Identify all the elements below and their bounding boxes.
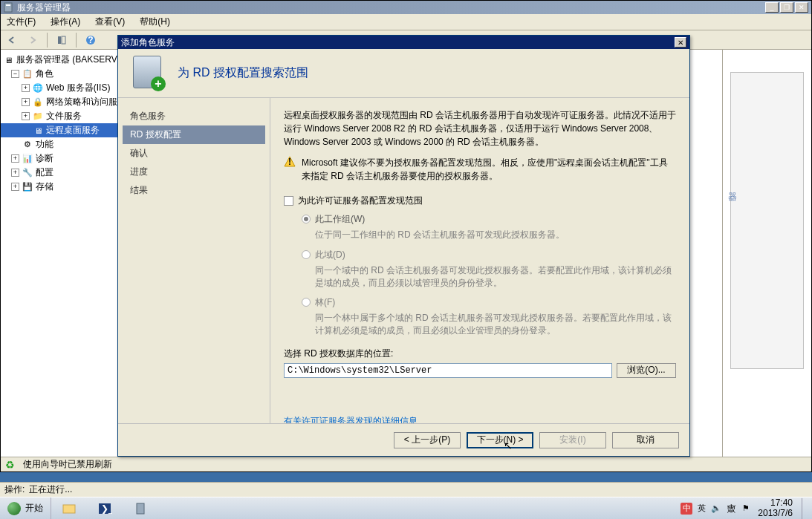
tree-iis[interactable]: + 🌐 Web 服务器(IIS) <box>1 81 117 95</box>
actions-label: 器 <box>728 191 737 203</box>
svg-rect-10 <box>137 503 144 514</box>
lang-indicator[interactable]: 英 <box>695 503 707 515</box>
taskbar-item-explorer[interactable] <box>51 497 87 519</box>
next-button[interactable]: 下一步(N) > <box>467 432 533 448</box>
expand-icon[interactable]: + <box>11 154 19 163</box>
tray-icon[interactable]: 🔈 <box>710 503 722 515</box>
expand-icon[interactable]: + <box>11 169 19 177</box>
actions-pane <box>722 50 811 457</box>
window-title: 服务器管理器 <box>17 1 765 14</box>
collapse-icon[interactable]: − <box>11 70 19 78</box>
status-text: 使用向导时已禁用刷新 <box>23 458 112 471</box>
wizard-nav: 角色服务 RD 授权配置 确认 进度 结果 <box>118 98 270 423</box>
menu-view[interactable]: 查看(V) <box>92 14 128 30</box>
navigation-tree: 🖥 服务器管理器 (BAKSERVER − 📋 角色 + 🌐 Web 服务器(I… <box>1 50 118 457</box>
description-text: 远程桌面授权服务器的发现范围由 RD 会话主机服务器用于自动发现许可证服务器。此… <box>284 108 676 148</box>
app-icon <box>2 1 14 13</box>
rds-icon: 🖥 <box>32 125 44 137</box>
svg-rect-3 <box>62 36 65 44</box>
dialog-footer: < 上一步(P) 下一步(N) > 安装(I) 取消 ↖ <box>118 423 689 456</box>
expand-icon[interactable]: + <box>22 98 30 106</box>
menu-file[interactable]: 文件(F) <box>4 14 39 30</box>
svg-rect-0 <box>4 3 12 12</box>
tree-config[interactable]: + 🔧 配置 <box>1 166 117 180</box>
nav-progress[interactable]: 进度 <box>123 163 265 181</box>
diagnostics-icon: 📊 <box>22 153 33 165</box>
tree-root[interactable]: 🖥 服务器管理器 (BAKSERVER <box>1 53 117 67</box>
cancel-button[interactable]: 取消 <box>612 432 679 448</box>
radio-domain <box>302 250 311 259</box>
iis-icon: 🌐 <box>32 82 44 94</box>
menu-action[interactable]: 操作(A) <box>48 14 83 30</box>
taskbar: 开始 ❯_ 中 英 🔈 🕸 ⚑ 17:40 2013/7/6 <box>0 497 812 519</box>
dialog-close-button[interactable]: ✕ <box>675 37 686 48</box>
menu-help[interactable]: 帮助(H) <box>137 14 173 30</box>
tree-roles[interactable]: − 📋 角色 <box>1 67 117 81</box>
titlebar: 服务器管理器 _ ❐ ✕ <box>1 1 811 14</box>
tree-file-services[interactable]: + 📁 文件服务 <box>1 109 117 123</box>
storage-icon: 💾 <box>22 181 33 193</box>
dialog-header: + 为 RD 授权配置搜索范围 <box>118 49 689 98</box>
ime-indicator[interactable]: 中 <box>681 503 692 515</box>
close-button[interactable]: ✕ <box>795 2 808 13</box>
tree-features[interactable]: ⚙ 功能 <box>1 137 117 151</box>
start-label: 开始 <box>25 502 43 515</box>
radio-workgroup-label: 此工作组(W) <box>315 213 365 226</box>
browse-button[interactable]: 浏览(O)... <box>617 363 676 378</box>
svg-text:❯_: ❯_ <box>101 503 112 514</box>
tree-storage[interactable]: + 💾 存储 <box>1 180 117 194</box>
show-desktop-button[interactable] <box>802 498 808 519</box>
nav-forward-button[interactable] <box>25 32 41 48</box>
add-role-services-dialog: 添加角色服务 ✕ + 为 RD 授权配置搜索范围 角色服务 RD 授权配置 确认… <box>117 35 690 457</box>
progress-text: 正在进行... <box>29 483 72 496</box>
radio-workgroup <box>302 215 311 223</box>
tree-rds[interactable]: 🖥 远程桌面服务 <box>1 123 117 137</box>
clock-date: 2013/7/6 <box>758 509 793 518</box>
clock[interactable]: 17:40 2013/7/6 <box>758 498 793 518</box>
radio-domain-label: 此域(D) <box>315 249 345 261</box>
expand-icon[interactable]: + <box>22 84 30 92</box>
tree-diagnostics[interactable]: + 📊 诊断 <box>1 151 117 166</box>
discovery-scope-checkbox[interactable] <box>284 196 293 206</box>
radio-forest-label: 林(F) <box>315 296 335 309</box>
nav-rd-license[interactable]: RD 授权配置 <box>123 125 265 144</box>
previous-button[interactable]: < 上一步(P) <box>394 432 461 448</box>
learn-more-link[interactable]: 有关许可证服务器发现的详细信息 <box>284 415 418 423</box>
expand-icon[interactable]: + <box>22 112 30 120</box>
radio-domain-desc: 同一个域中的 RD 会话主机服务器可发现此授权服务器。若要配置此作用域，该计算机… <box>302 264 676 290</box>
wizard-icon: + <box>130 56 166 91</box>
nav-confirm[interactable]: 确认 <box>123 144 265 163</box>
roles-icon: 📋 <box>22 68 33 80</box>
taskbar-item-server-manager[interactable] <box>123 497 158 519</box>
menubar: 文件(F) 操作(A) 查看(V) 帮助(H) <box>1 14 811 30</box>
taskbar-item-powershell[interactable]: ❯_ <box>87 497 123 519</box>
clock-time: 17:40 <box>758 498 793 508</box>
system-tray: 中 英 🔈 🕸 ⚑ 17:40 2013/7/6 <box>676 497 812 519</box>
maximize-button[interactable]: ❐ <box>780 2 793 13</box>
db-path-input[interactable] <box>284 363 612 378</box>
tray-icon[interactable]: ⚑ <box>740 503 752 515</box>
progress-statusbar: 操作: 正在进行... <box>0 482 812 497</box>
nav-results[interactable]: 结果 <box>123 181 265 200</box>
config-icon: 🔧 <box>22 167 33 179</box>
tray-icon[interactable]: 🕸 <box>725 503 737 515</box>
start-button[interactable]: 开始 <box>0 497 51 520</box>
svg-text:!: ! <box>288 157 291 167</box>
expand-icon[interactable]: + <box>11 183 19 191</box>
progress-label: 操作: <box>4 483 25 496</box>
checkbox-label: 为此许可证服务器配置发现范围 <box>298 195 423 207</box>
folder-icon: 📁 <box>32 111 44 123</box>
db-path-label: 选择 RD 授权数据库的位置: <box>284 347 676 360</box>
radio-workgroup-desc: 位于同一工作组中的 RD 会话主机服务器可发现此授权服务器。 <box>302 229 676 241</box>
help-button[interactable]: ? <box>82 32 99 48</box>
show-hide-button[interactable] <box>53 32 70 48</box>
warning-icon: ! <box>284 156 296 168</box>
warning-text: Microsoft 建议你不要为授权服务器配置发现范围。相反，应使用"远程桌面会… <box>302 156 676 183</box>
svg-text:?: ? <box>88 35 93 45</box>
refresh-icon: ♻ <box>5 459 17 471</box>
nav-role-services[interactable]: 角色服务 <box>123 107 265 125</box>
minimize-button[interactable]: _ <box>765 2 779 13</box>
tree-nps[interactable]: + 🔒 网络策略和访问服 <box>1 95 117 109</box>
dialog-title: 添加角色服务 <box>121 36 675 49</box>
nav-back-button[interactable] <box>4 32 20 48</box>
